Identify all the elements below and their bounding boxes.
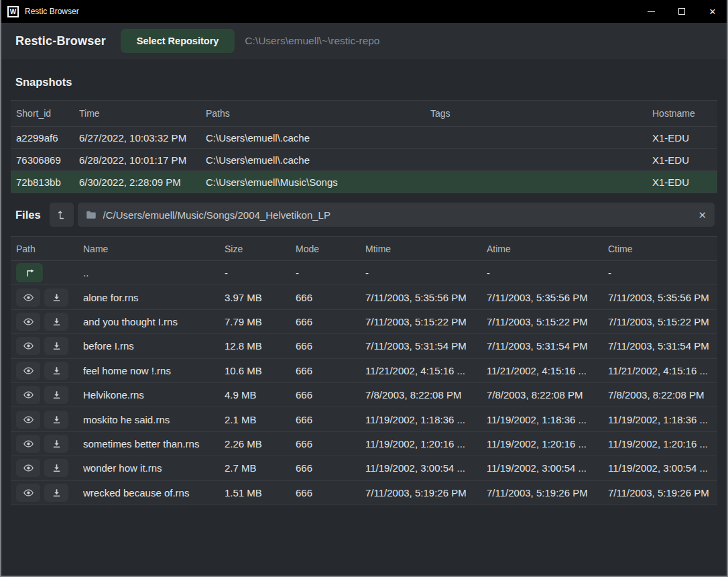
file-ctime: 7/11/2003, 5:31:54 PM [608,340,717,352]
go-up-button[interactable] [16,263,43,282]
file-mtime: 7/11/2003, 5:35:56 PM [365,292,487,303]
preview-file-button[interactable] [16,313,40,331]
parent-row-mode: - [296,267,365,278]
file-ctime: 11/19/2002, 1:20:16 ... [608,438,717,450]
download-file-button[interactable] [44,313,68,331]
file-row: Helvikone.rns 4.9 MB 666 7/8/2003, 8:22:… [11,383,717,407]
download-file-button[interactable] [44,459,68,477]
download-file-button[interactable] [44,337,68,355]
file-row: moskito he said.rns 2.1 MB 666 11/19/200… [11,407,717,431]
file-name: alone for.rns [83,292,225,303]
file-atime: 7/11/2003, 5:35:56 PM [487,292,608,303]
download-icon [52,390,62,400]
snapshot-paths: C:\Users\emuell\Music\Songs [206,176,430,188]
up-tree-icon [56,209,67,221]
column-header-hostname: Hostname [652,108,717,119]
download-file-button[interactable] [44,484,68,502]
preview-file-button[interactable] [16,459,40,477]
file-atime: 7/8/2003, 8:22:08 PM [487,389,608,401]
file-mode: 666 [296,316,365,327]
file-mtime: 11/21/2002, 4:15:16 ... [365,365,487,376]
column-header-short-id: Short_id [16,108,79,119]
eye-icon [23,438,34,450]
file-ctime: 11/21/2002, 4:15:16 ... [608,365,717,376]
column-header-size: Size [225,244,296,254]
file-ctime: 7/8/2003, 8:22:08 PM [608,389,717,401]
file-mode: 666 [296,340,365,352]
snapshot-time: 6/28/2022, 10:01:17 PM [79,154,206,166]
snapshot-short-id: 76306869 [16,154,79,166]
snapshot-row[interactable]: 76306869 6/28/2022, 10:01:17 PM C:\Users… [11,149,717,171]
file-name: sometimes better than.rns [83,438,225,450]
file-ctime: 7/11/2003, 5:15:22 PM [608,316,717,327]
select-repository-button[interactable]: Select Repository [121,29,235,53]
snapshot-paths: C:\Users\emuell\.cache [206,154,430,166]
file-mtime: 11/19/2002, 3:00:54 ... [365,462,487,474]
download-file-button[interactable] [44,288,68,307]
file-atime: 7/11/2003, 5:19:26 PM [487,487,608,499]
file-atime: 11/19/2002, 1:20:16 ... [487,438,608,450]
app-window: W Restic Browser ✕ Restic-Browser Select… [0,0,728,577]
eye-icon [23,389,34,401]
file-size: 7.79 MB [225,316,296,327]
file-mode: 666 [296,365,365,376]
preview-file-button[interactable] [16,411,40,429]
snapshot-time: 6/30/2022, 2:28:09 PM [79,176,206,188]
eye-icon [23,462,34,474]
tree-toggle-button[interactable] [50,203,74,227]
snapshot-row[interactable]: 72b813bb 6/30/2022, 2:28:09 PM C:\Users\… [11,171,717,193]
file-name: feel home now !.rns [83,365,225,376]
snapshots-table: Short_id Time Paths Tags Hostname a2299a… [11,100,717,193]
snapshots-section-title: Snapshots [15,76,713,89]
preview-file-button[interactable] [16,362,40,380]
file-row: before I.rns 12.8 MB 666 7/11/2003, 5:31… [11,334,717,358]
column-header-mode: Mode [296,244,365,254]
column-header-tags: Tags [430,108,652,119]
preview-file-button[interactable] [16,386,40,404]
parent-row-ctime: - [608,267,717,278]
eye-icon [23,487,34,499]
file-row: alone for.rns 3.97 MB 666 7/11/2003, 5:3… [11,285,717,309]
file-row: wrecked because of.rns 1.51 MB 666 7/11/… [11,481,717,505]
close-button[interactable]: ✕ [697,0,728,23]
snapshot-short-id: a2299af6 [16,132,79,144]
download-file-button[interactable] [44,362,68,380]
app-logo-icon: W [7,6,19,17]
snapshot-short-id: 72b813bb [16,176,79,188]
file-name: wrecked because of.rns [83,487,225,499]
parent-row-size: - [225,267,296,278]
file-size: 2.7 MB [225,462,296,474]
snapshot-time: 6/27/2022, 10:03:32 PM [79,132,206,144]
file-size: 2.1 MB [225,414,296,425]
file-path-bar[interactable]: /C/Users/emuell/Music/Songs/2004_Helveti… [78,203,715,227]
download-file-button[interactable] [44,411,68,429]
preview-file-button[interactable] [16,288,40,307]
file-size: 10.6 MB [225,365,296,376]
clear-path-button[interactable]: ✕ [698,210,707,220]
file-size: 4.9 MB [225,389,296,401]
download-icon [52,439,62,449]
download-icon [52,366,62,376]
download-file-button[interactable] [44,435,68,453]
column-header-mtime: Mtime [365,244,487,254]
file-ctime: 7/11/2003, 5:19:26 PM [608,487,717,499]
folder-icon [85,209,97,221]
minimize-icon [648,11,655,12]
column-header-name: Name [83,244,225,254]
download-file-button[interactable] [44,386,68,404]
preview-file-button[interactable] [16,435,40,453]
column-header-paths: Paths [206,108,430,119]
file-ctime: 7/11/2003, 5:35:56 PM [608,292,717,303]
top-header-bar: Restic-Browser Select Repository C:\User… [1,23,727,59]
snapshot-row[interactable]: a2299af6 6/27/2022, 10:03:32 PM C:\Users… [11,127,717,149]
window-title: Restic Browser [25,7,79,16]
preview-file-button[interactable] [16,484,40,502]
download-icon [52,317,62,327]
download-icon [52,293,62,303]
minimize-button[interactable] [635,0,666,23]
preview-file-button[interactable] [16,337,40,355]
maximize-button[interactable] [666,0,697,23]
parent-row-name: .. [83,267,225,278]
file-name: and you thought I.rns [83,316,225,327]
column-header-time: Time [79,108,206,119]
